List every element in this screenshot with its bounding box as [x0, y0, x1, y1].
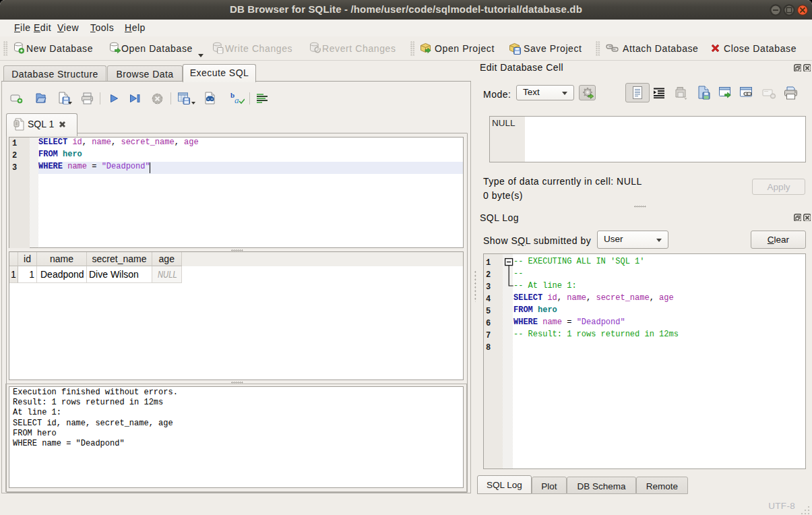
svg-text:a: a: [235, 95, 239, 105]
